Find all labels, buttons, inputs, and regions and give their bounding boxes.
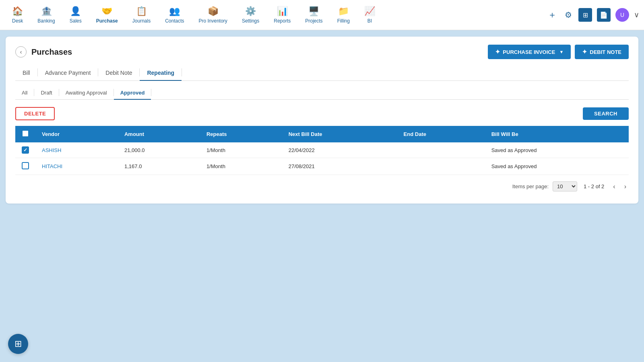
bi-icon: 📈 xyxy=(364,6,375,16)
nav-item-filling[interactable]: 📁 Filling xyxy=(330,3,357,27)
reports-icon: 📊 xyxy=(277,6,288,16)
main-area: ‹ Purchases ✦ PURCHASE INVOICE ▼ ✦ DEBIT… xyxy=(0,30,644,210)
header-repeats: Repeats xyxy=(200,126,282,142)
tab-advance-payment[interactable]: Advance Payment xyxy=(38,66,98,81)
bottom-grid-button[interactable]: ⊞ xyxy=(8,334,28,354)
nav-label-sales: Sales xyxy=(70,18,82,24)
row-checkbox[interactable] xyxy=(22,162,29,169)
nav-item-journals[interactable]: 📋 Journals xyxy=(125,3,158,27)
tab-repeating[interactable]: Repeating xyxy=(140,66,182,81)
nav-label-banking: Banking xyxy=(37,18,55,24)
nav-label-pro-inventory: Pro Inventory xyxy=(199,18,227,24)
delete-button[interactable]: DELETE xyxy=(15,107,55,120)
nav-label-filling: Filling xyxy=(337,18,350,24)
prev-page-button[interactable]: ‹ xyxy=(611,182,617,191)
purchase-icon: 🤝 xyxy=(101,6,112,16)
row-end-date xyxy=(397,142,485,158)
bottom-grid-icon: ⊞ xyxy=(14,339,22,349)
purchase-invoice-plus-icon: ✦ xyxy=(495,48,500,56)
debit-note-button[interactable]: ✦ DEBIT NOTE xyxy=(575,45,629,59)
row-checkbox-cell xyxy=(15,158,35,175)
items-per-page-label: Items per page: xyxy=(512,183,549,189)
data-table: Vendor Amount Repeats Next Bill Date End… xyxy=(15,126,629,175)
nav-label-journals: Journals xyxy=(132,18,151,24)
subtab-draft[interactable]: Draft xyxy=(34,87,58,100)
subtab-sep-4 xyxy=(151,89,151,96)
doc-icon: 📄 xyxy=(600,11,608,19)
nav-label-purchase: Purchase xyxy=(96,18,118,24)
page-range: 1 - 2 of 2 xyxy=(584,183,604,189)
next-page-button[interactable]: › xyxy=(622,182,629,191)
table-row: ASHISH21,000.01/Month22/04/2022Saved as … xyxy=(15,142,629,158)
nav-item-reports[interactable]: 📊 Reports xyxy=(266,3,298,27)
subtab-approved[interactable]: Approved xyxy=(114,87,151,100)
purchase-invoice-button[interactable]: ✦ PURCHASE INVOICE ▼ xyxy=(488,45,571,59)
row-amount: 1,167.0 xyxy=(118,158,200,175)
row-repeats: 1/Month xyxy=(200,158,282,175)
row-amount: 21,000.0 xyxy=(118,142,200,158)
main-tabs: Bill Advance Payment Debit Note Repeatin… xyxy=(15,66,629,81)
table-body: ASHISH21,000.01/Month22/04/2022Saved as … xyxy=(15,142,629,175)
row-checkbox[interactable] xyxy=(22,146,29,154)
debit-note-label: DEBIT NOTE xyxy=(590,49,621,55)
nav-item-sales[interactable]: 👤 Sales xyxy=(62,3,89,27)
journals-icon: 📋 xyxy=(136,6,147,16)
row-next-bill-date: 22/04/2022 xyxy=(282,142,397,158)
gear-button[interactable]: ⚙ xyxy=(563,8,574,21)
nav-label-reports: Reports xyxy=(274,18,291,24)
nav-label-settings: Settings xyxy=(242,18,259,24)
purchase-invoice-label: PURCHASE INVOICE xyxy=(503,49,555,55)
projects-icon: 🖥️ xyxy=(308,6,319,16)
grid-icon: ⊞ xyxy=(583,11,588,19)
row-end-date xyxy=(397,158,485,175)
tab-sep-4 xyxy=(182,68,182,76)
nav-item-purchase[interactable]: 🤝 Purchase xyxy=(89,3,125,27)
card-header: ‹ Purchases ✦ PURCHASE INVOICE ▼ ✦ DEBIT… xyxy=(15,45,629,59)
sub-tabs: All Draft Awaiting Approval Approved xyxy=(15,87,629,100)
nav-item-settings[interactable]: ⚙️ Settings xyxy=(235,3,266,27)
table-header-row: Vendor Amount Repeats Next Bill Date End… xyxy=(15,126,629,142)
nav-label-projects: Projects xyxy=(305,18,322,24)
nav-item-projects[interactable]: 🖥️ Projects xyxy=(298,3,330,27)
nav-label-desk: Desk xyxy=(12,18,23,24)
sales-icon: 👤 xyxy=(70,6,81,16)
user-avatar[interactable]: U xyxy=(615,8,629,22)
doc-icon-box[interactable]: 📄 xyxy=(597,8,611,22)
nav-item-contacts[interactable]: 👥 Contacts xyxy=(158,3,191,27)
add-button[interactable]: ＋ xyxy=(546,7,558,23)
select-all-checkbox[interactable] xyxy=(22,130,29,137)
header-amount: Amount xyxy=(118,126,200,142)
subtab-awaiting-approval[interactable]: Awaiting Approval xyxy=(59,87,114,100)
top-navigation: 🏠 Desk 🏦 Banking 👤 Sales 🤝 Purchase 📋 Jo… xyxy=(0,0,644,30)
nav-item-desk[interactable]: 🏠 Desk xyxy=(5,3,30,27)
table-row: HITACHI1,167.01/Month27/08/2021Saved as … xyxy=(15,158,629,175)
settings-icon: ⚙️ xyxy=(245,6,256,16)
nav-item-bi[interactable]: 📈 BI xyxy=(357,3,382,27)
nav-item-banking[interactable]: 🏦 Banking xyxy=(30,3,62,27)
header-checkbox-col xyxy=(15,126,35,142)
back-button[interactable]: ‹ xyxy=(15,46,27,58)
search-button[interactable]: SEARCH xyxy=(583,107,629,120)
row-checkbox-cell xyxy=(15,142,35,158)
tab-debit-note[interactable]: Debit Note xyxy=(98,66,139,81)
per-page-select[interactable]: 10 20 50 xyxy=(553,181,577,191)
nav-label-contacts: Contacts xyxy=(165,18,184,24)
desk-icon: 🏠 xyxy=(12,6,23,16)
nav-item-pro-inventory[interactable]: 📦 Pro Inventory xyxy=(192,3,235,27)
debit-note-plus-icon: ✦ xyxy=(582,48,587,56)
grid-icon-box[interactable]: ⊞ xyxy=(578,8,592,22)
nav-label-bi: BI xyxy=(367,18,372,24)
nav-items: 🏠 Desk 🏦 Banking 👤 Sales 🤝 Purchase 📋 Jo… xyxy=(5,3,546,27)
tab-bill[interactable]: Bill xyxy=(15,66,37,81)
row-vendor[interactable]: ASHISH xyxy=(35,142,118,158)
nav-right-actions: ＋ ⚙ ⊞ 📄 U ∨ xyxy=(546,7,639,23)
filling-icon: 📁 xyxy=(338,6,349,16)
row-next-bill-date: 27/08/2021 xyxy=(282,158,397,175)
nav-chevron-button[interactable]: ∨ xyxy=(634,10,639,19)
header-next-bill-date: Next Bill Date xyxy=(282,126,397,142)
avatar-initial: U xyxy=(620,12,624,18)
row-vendor[interactable]: HITACHI xyxy=(35,158,118,175)
subtab-all[interactable]: All xyxy=(15,87,34,100)
header-actions: ✦ PURCHASE INVOICE ▼ ✦ DEBIT NOTE xyxy=(488,45,629,59)
page-title: Purchases xyxy=(31,47,488,57)
